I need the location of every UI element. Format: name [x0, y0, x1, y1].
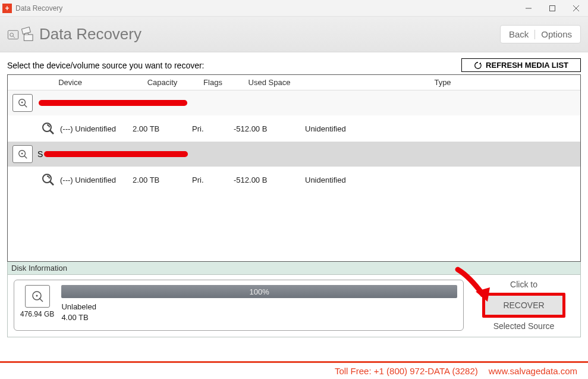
svg-line-13: [50, 130, 54, 134]
disk-info-heading: Disk Information: [7, 262, 581, 275]
click-to-label: Click to: [510, 280, 537, 289]
app-icon: +: [2, 4, 12, 13]
usage-bar: 100%: [61, 285, 457, 298]
col-capacity: Capacity: [133, 78, 192, 87]
svg-line-16: [24, 156, 27, 159]
volume-capacity: 2.00 TB: [133, 124, 192, 133]
device-table: Device Capacity Flags Used Space Type (-…: [7, 74, 581, 262]
svg-line-18: [50, 181, 54, 185]
volume-size: 4.00 TB: [61, 312, 457, 323]
selected-source-label: Selected Source: [493, 321, 555, 331]
drive-icon: [12, 145, 33, 163]
drive-icon: [25, 285, 50, 308]
redacted-bar: [44, 151, 188, 157]
recover-section: Click to RECOVER Selected Source: [473, 280, 574, 331]
folders-icon: [21, 25, 34, 43]
source-prompt: Select the device/volume source you want…: [7, 61, 205, 70]
col-used: Used Space: [234, 78, 305, 87]
device-row[interactable]: S: [8, 142, 580, 167]
refresh-icon: [474, 61, 482, 70]
toll-free-text: Toll Free: +1 (800) 972-DATA (3282): [335, 366, 478, 376]
content-area: Select the device/volume source you want…: [0, 52, 588, 343]
svg-point-10: [21, 102, 23, 104]
volume-name: (---) Unidentified: [60, 124, 133, 133]
divider: [534, 30, 535, 39]
table-header: Device Capacity Flags Used Space Type: [8, 75, 580, 90]
recover-button[interactable]: RECOVER: [482, 293, 565, 318]
device-label-prefix: S: [37, 149, 43, 159]
usage-percent: 100%: [250, 287, 269, 296]
volume-used: -512.00 B: [234, 124, 305, 133]
website-link[interactable]: www.salvagedata.com: [489, 366, 577, 376]
device-row[interactable]: [8, 90, 580, 115]
scan-icon[interactable]: [40, 120, 56, 137]
volume-flags: Pri.: [192, 176, 234, 184]
svg-rect-1: [550, 5, 555, 11]
col-device: Device: [8, 78, 133, 87]
volume-label: Unlabeled: [61, 302, 457, 312]
window-titlebar: + Data Recovery: [0, 0, 588, 17]
back-button[interactable]: Back: [509, 29, 529, 39]
svg-line-21: [39, 298, 43, 302]
svg-rect-8: [24, 35, 33, 40]
volume-type: Unidentified: [305, 124, 580, 133]
recover-button-label: RECOVER: [503, 300, 544, 310]
volume-capacity: 2.00 TB: [133, 176, 192, 184]
app-header: Data Recovery Back Options: [0, 17, 588, 52]
drive-search-icon: [7, 22, 19, 47]
minimize-button[interactable]: [517, 0, 540, 17]
footer: Toll Free: +1 (800) 972-DATA (3282) www.…: [0, 361, 588, 379]
refresh-media-button[interactable]: REFRESH MEDIA LIST: [461, 58, 581, 72]
refresh-label: REFRESH MEDIA LIST: [486, 61, 568, 70]
col-flags: Flags: [192, 78, 234, 87]
header-actions: Back Options: [500, 25, 581, 43]
col-type: Type: [305, 78, 580, 87]
options-button[interactable]: Options: [541, 29, 572, 39]
svg-point-20: [36, 295, 37, 297]
svg-line-6: [13, 36, 15, 37]
window-title: Data Recovery: [15, 4, 62, 12]
volume-flags: Pri.: [192, 124, 234, 133]
maximize-button[interactable]: [540, 0, 564, 17]
volume-row[interactable]: (---) Unidentified 2.00 TB Pri. -512.00 …: [8, 115, 580, 142]
svg-point-15: [21, 153, 23, 155]
disk-total-size: 476.94 GB: [20, 310, 54, 318]
volume-used: -512.00 B: [234, 176, 305, 184]
volume-name: (---) Unidentified: [60, 176, 133, 184]
drive-icon: [12, 94, 33, 112]
app-logo: [7, 22, 34, 47]
scan-icon[interactable]: [40, 171, 56, 188]
redacted-bar: [39, 100, 187, 106]
close-button[interactable]: [564, 0, 588, 17]
volume-row[interactable]: (---) Unidentified 2.00 TB Pri. -512.00 …: [8, 167, 580, 193]
disk-info-left: 476.94 GB 100% Unlabeled 4.00 TB: [14, 280, 464, 331]
disk-info-panel: 476.94 GB 100% Unlabeled 4.00 TB Click t…: [7, 275, 581, 337]
volume-type: Unidentified: [305, 176, 580, 184]
page-title: Data Recovery: [39, 25, 142, 43]
svg-line-11: [24, 105, 27, 108]
